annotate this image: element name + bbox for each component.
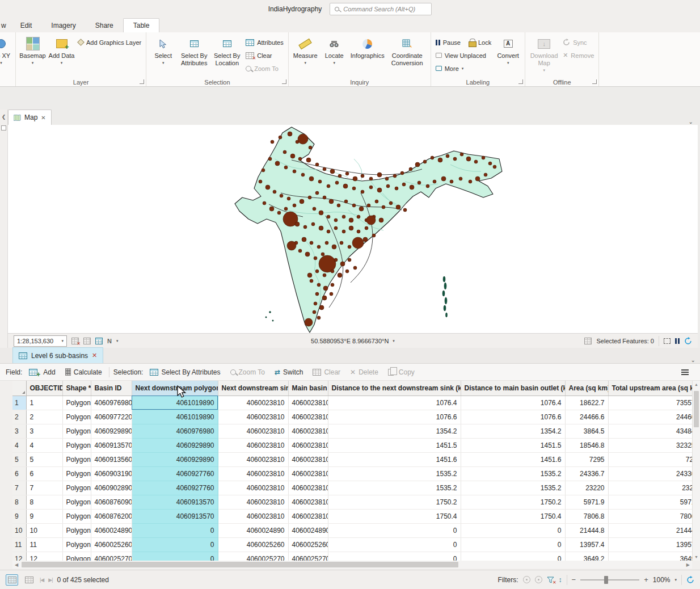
map-scale-select[interactable]: 1:28,153,630 ▾ bbox=[14, 335, 67, 347]
first-record-icon[interactable]: |◀ bbox=[40, 577, 44, 583]
table-cell[interactable]: 1451.6 bbox=[328, 452, 461, 466]
map-canvas[interactable] bbox=[8, 125, 698, 333]
ribbon-tab-share[interactable]: Share bbox=[86, 18, 123, 32]
table-cell[interactable]: 4060025270 bbox=[288, 552, 328, 561]
table-cell[interactable]: 21444.8 bbox=[565, 523, 608, 537]
table-cell[interactable]: 5971.9 bbox=[565, 495, 608, 509]
scroll-left-icon[interactable]: ◀ bbox=[15, 562, 18, 567]
table-cell[interactable]: 13957.4 bbox=[565, 537, 608, 552]
table-cell[interactable]: 7 bbox=[26, 481, 62, 495]
scroll-down-icon[interactable]: ▼ bbox=[694, 555, 698, 559]
table-cell[interactable]: 1451.5 bbox=[328, 438, 461, 452]
refresh-icon[interactable] bbox=[684, 337, 692, 345]
filter-selection-icon[interactable] bbox=[535, 576, 542, 583]
table-cell[interactable]: 4060025260 bbox=[91, 537, 132, 552]
row-selector[interactable]: 8 bbox=[12, 495, 26, 509]
column-header-basin-id[interactable]: Basin ID bbox=[91, 381, 132, 396]
table-cell[interactable]: 1354.2 bbox=[328, 424, 461, 438]
table-cell[interactable]: Polygon bbox=[62, 466, 91, 481]
table-cell[interactable]: Polygon bbox=[62, 396, 91, 410]
table-cell[interactable]: 0 bbox=[328, 552, 461, 561]
attributes-button[interactable]: Attributes bbox=[244, 37, 285, 48]
table-cell[interactable]: 4 bbox=[26, 438, 62, 452]
table-cell[interactable]: 23220 bbox=[608, 481, 692, 495]
selection-extent-icon[interactable] bbox=[664, 338, 671, 344]
ribbon-tab-view-partial[interactable]: w bbox=[0, 18, 11, 32]
zoom-slider[interactable] bbox=[580, 579, 639, 580]
zoom-level[interactable]: 100% bbox=[653, 576, 671, 584]
view-unplaced-button[interactable]: View Unplaced bbox=[434, 50, 493, 61]
table-cell[interactable]: 24466.6 bbox=[608, 410, 692, 424]
table-cell[interactable]: 11 bbox=[26, 537, 62, 552]
table-cell[interactable]: 4060913570 bbox=[132, 509, 218, 523]
switch-selection-button[interactable]: ⇄ Switch bbox=[272, 367, 306, 378]
table-cell[interactable]: 3649.2 bbox=[608, 552, 692, 561]
table-cell[interactable]: 10 bbox=[26, 523, 62, 537]
zoom-in-icon[interactable]: + bbox=[644, 575, 648, 584]
scrollbar-thumb[interactable] bbox=[22, 562, 458, 567]
table-cell[interactable]: 4060023810 bbox=[218, 481, 288, 495]
table-cell[interactable]: 7806.8 bbox=[608, 509, 692, 523]
table-cell[interactable]: 3864.5 bbox=[565, 424, 608, 438]
table-cell[interactable]: 4060876200 bbox=[91, 509, 132, 523]
row-selector[interactable]: 11 bbox=[12, 537, 26, 552]
table-cell[interactable]: 4060023810 bbox=[288, 481, 328, 495]
table-cell[interactable]: 4060977220 bbox=[91, 410, 132, 424]
pause-drawing-icon[interactable] bbox=[675, 338, 680, 344]
row-selector[interactable]: 3 bbox=[12, 424, 26, 438]
row-selector[interactable]: 12 bbox=[12, 552, 26, 561]
table-cell[interactable]: 4060023810 bbox=[288, 452, 328, 466]
table-cell[interactable]: 4060913570 bbox=[91, 438, 132, 452]
clear-selection-button[interactable]: Clear bbox=[244, 50, 285, 61]
table-cell[interactable]: 4060023810 bbox=[218, 424, 288, 438]
table-cell[interactable]: 73557.9 bbox=[608, 396, 692, 410]
table-cell[interactable]: 8 bbox=[26, 495, 62, 509]
table-view-button[interactable] bbox=[6, 574, 18, 586]
table-cell[interactable]: 18546.8 bbox=[565, 438, 608, 452]
coordinate-conversion-button[interactable]: Coordinate Conversion bbox=[387, 33, 428, 67]
ribbon-tab-imagery[interactable]: Imagery bbox=[41, 18, 85, 32]
table-cell[interactable]: 1354.2 bbox=[461, 424, 565, 438]
table-cell[interactable]: 4060024890 bbox=[218, 523, 288, 537]
table-cell[interactable]: 4060024890 bbox=[288, 523, 328, 537]
column-header-area[interactable]: Area (sq km) bbox=[565, 381, 608, 396]
column-header-distance-next-sink[interactable]: Distance to the next downstream sink (km… bbox=[328, 381, 461, 396]
table-cell[interactable]: 1750.2 bbox=[461, 495, 565, 509]
form-view-button[interactable] bbox=[23, 574, 35, 586]
table-cell[interactable]: 43484.2 bbox=[608, 424, 692, 438]
table-cell[interactable]: 4061019890 bbox=[132, 396, 218, 410]
table-cell[interactable]: 4060023810 bbox=[218, 509, 288, 523]
table-cell[interactable]: Polygon bbox=[62, 452, 91, 466]
table-cell[interactable]: Polygon bbox=[62, 410, 91, 424]
calculate-button[interactable]: Calculate bbox=[62, 367, 105, 378]
measure-button[interactable]: Measure ▾ bbox=[292, 33, 319, 65]
zoom-out-icon[interactable]: − bbox=[572, 575, 576, 584]
chevron-down-icon[interactable]: ▾ bbox=[674, 578, 677, 582]
add-graphics-layer-button[interactable]: Add Graphics Layer bbox=[77, 37, 143, 48]
row-selector[interactable]: 4 bbox=[12, 438, 26, 452]
map-tab[interactable]: Map ✕ bbox=[8, 110, 52, 125]
north-arrow-icon[interactable]: N bbox=[107, 338, 112, 344]
table-tab[interactable]: Level 6 sub-basins ✕ bbox=[12, 347, 103, 363]
table-cell[interactable]: 4060913560 bbox=[91, 452, 132, 466]
table-cell[interactable]: 4060025260 bbox=[288, 537, 328, 552]
row-selector[interactable]: 2 bbox=[12, 410, 26, 424]
table-cell[interactable]: 0 bbox=[328, 537, 461, 552]
scroll-right-icon[interactable]: ▶ bbox=[686, 562, 690, 567]
table-cell[interactable]: 1076.4 bbox=[461, 396, 565, 410]
table-cell[interactable]: 4060976980 bbox=[91, 396, 132, 410]
table-cell[interactable]: 4060023810 bbox=[288, 438, 328, 452]
map-tool-layout-grid-icon[interactable] bbox=[95, 338, 103, 344]
table-cell[interactable]: 4060913570 bbox=[132, 495, 218, 509]
zoom-to-button[interactable]: Zoom To bbox=[227, 367, 268, 378]
table-cell[interactable]: 4060023810 bbox=[288, 509, 328, 523]
infographics-button[interactable]: Infographics bbox=[349, 33, 386, 60]
table-cell[interactable]: 1750.2 bbox=[328, 495, 461, 509]
map-tool-grid-icon[interactable] bbox=[83, 338, 91, 344]
table-cell[interactable]: 4060902890 bbox=[91, 481, 132, 495]
column-header-total-upstream-area[interactable]: Total upstream area (sq km) bbox=[608, 381, 692, 396]
last-record-icon[interactable]: ▶| bbox=[48, 577, 52, 583]
table-cell[interactable]: 3649.2 bbox=[565, 552, 608, 561]
table-cell[interactable]: Polygon bbox=[62, 523, 91, 537]
table-cell[interactable]: Polygon bbox=[62, 509, 91, 523]
